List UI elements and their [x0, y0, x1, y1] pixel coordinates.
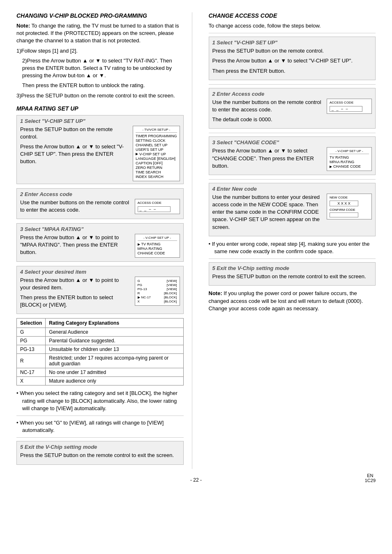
rs-row-g: G[VIEW]	[138, 279, 177, 283]
right-step4-p1: Use the number buttons to enter your des…	[212, 194, 323, 231]
access-code-label-left: ACCESS CODE	[138, 201, 177, 205]
rs-row-x: X[BLOCK]	[138, 300, 177, 303]
mpaa-section-title: MPAA RATING SET UP	[16, 105, 184, 112]
table-row: PG Parental Guidance suggested.	[17, 337, 184, 345]
section1-note: Note: To change the rating, the TV must …	[16, 22, 184, 45]
access-code-value-left: _ _ – –	[140, 207, 157, 211]
right-step1-p3: Then press the ENTER button.	[212, 67, 372, 75]
rating-pg13: PG-13	[17, 345, 46, 354]
divider2	[16, 437, 184, 438]
step1-list: 1)Follow steps [1] and [2].	[16, 47, 184, 55]
vchip-mpaa-row3: CHANGE CODE	[138, 251, 177, 255]
mpaa-step2-p1: Use the number buttons on the remote con…	[20, 199, 131, 214]
page-footer: - 22 - EN 1C29	[16, 477, 376, 483]
arrow-icon: ▶	[136, 152, 138, 156]
tvvcr-row-7: CAPTION [OFF]	[136, 161, 177, 165]
rs-row-pg13: PG-13[VIEW]	[138, 287, 177, 291]
divider-right-4	[209, 179, 376, 180]
right-step2-p2: The default code is 0000.	[212, 116, 323, 123]
note-text: To change the rating, the TV must be tur…	[16, 23, 179, 44]
tvvcr-row-8: ZERO RETURN	[136, 166, 177, 170]
right-note: Note: If you unplug the power cord or po…	[209, 290, 376, 312]
arrow-icon2: ▶	[138, 242, 140, 246]
step2-note: Then press the ENTER button to unblock t…	[22, 82, 184, 89]
mpaa-step3-p1: Press the Arrow button ▲ or ▼ to point t…	[20, 234, 131, 256]
mpaa-step3-block: 3 Select "MPAA RATING" Press the Arrow b…	[16, 223, 184, 262]
rating-nc17-desc: No one under 17 admitted	[46, 368, 183, 377]
mpaa-step3-header: 3 Select "MPAA RATING"	[20, 226, 180, 232]
left-exit-header: 5 Exit the V-Chip setting mode	[20, 444, 180, 450]
right-step3-p1: Press the Arrow button ▲ or ▼ to select …	[212, 147, 323, 170]
table-row: X Mature audience only	[17, 377, 184, 385]
rating-table: Selection Rating Category Explanations G…	[16, 318, 184, 385]
mpaa-step2-text: Use the number buttons on the remote con…	[20, 199, 131, 216]
mpaa-step1-content: Press the SETUP button on the remote con…	[20, 126, 180, 181]
access-code-input-right: _ _ – –	[330, 106, 362, 112]
right-step5-text: Press the SETUP button on the remote con…	[212, 273, 372, 280]
vchip-change-row2: MPAA RATING	[330, 160, 369, 164]
vchip-mpaa-row1: ▶TV RATING	[138, 242, 177, 246]
rating-pg: PG	[17, 337, 46, 345]
mpaa-step3-text: Press the Arrow button ▲ or ▼ to point t…	[20, 234, 131, 259]
new-code-value: X X X X	[330, 201, 358, 206]
change-access-intro: To change access code, follow the steps …	[209, 22, 376, 30]
access-code-label-right: ACCESS CODE	[330, 101, 369, 104]
divider1	[16, 416, 184, 416]
right-step3-block: 3 Select "CHANGE CODE" Press the Arrow b…	[209, 136, 376, 175]
main-layout: CHANGING V-CHIP BLOCKED PRO-GRAMMING Not…	[16, 12, 376, 469]
rating-nc17: NC-17	[17, 368, 46, 377]
vchip-change-title: - V-CHIP SET UP -	[330, 149, 369, 154]
mpaa-step1-p1: Press the SETUP button on the remote con…	[20, 126, 129, 141]
bullet1: When you select the rating category and …	[22, 390, 184, 412]
tvvcr-row-9: TIME SEARCH	[136, 170, 177, 174]
tvvcr-row-10: INDEX SEARCH	[136, 175, 177, 179]
left-column: CHANGING V-CHIP BLOCKED PRO-GRAMMING Not…	[16, 12, 192, 469]
right-step5-header: 5 Exit the V-Chip setting mode	[212, 265, 372, 271]
change-access-title: CHANGE ACCESS CODE	[209, 12, 376, 19]
left-exit-step: 5 Exit the V-Chip setting mode Press the…	[16, 441, 184, 464]
rs-row-nc17: ▶NC-17[BLOCK]	[138, 295, 177, 299]
arrow-icon3: ▶	[138, 295, 140, 299]
tvvcr-row-1: TIMER PROGRAMMING	[136, 134, 177, 138]
step3-list: 3)Press the SETUP button on the remote c…	[16, 92, 184, 99]
tvvcr-screen: - TV/VCR SETUP - TIMER PROGRAMMING SETTI…	[133, 126, 180, 181]
right-step4-block: 4 Enter New code Use the number buttons …	[209, 183, 376, 236]
rs-row-pg: PG[VIEW]	[138, 283, 177, 287]
bullet2: When you set "G" to [VIEW], all ratings …	[22, 419, 184, 434]
mpaa-step4-block: 4 Select your desired item Press the Arr…	[16, 266, 184, 314]
note-text-right: If you unplug the power cord or power fa…	[209, 290, 363, 311]
tvvcr-row-4: USER'S SET UP	[136, 148, 177, 152]
confirm-code-label: CONFIRM CODE	[330, 208, 369, 212]
mpaa-step1-header: 1 Select "V-CHIP SET UP"	[20, 118, 180, 124]
divider-right-1	[209, 33, 376, 33]
page-number: - 22 -	[190, 477, 202, 483]
table-header-category: Rating Category Explanations	[46, 319, 183, 328]
right-step2-block: 2 Enter Access code Use the number butto…	[209, 88, 376, 129]
right-step2-header: 2 Enter Access code	[212, 91, 372, 97]
right-step3-header: 3 Select "CHANGE CODE"	[212, 139, 372, 145]
table-row: G General Audience	[17, 328, 184, 337]
mpaa-step1-p2: Press the Arrow button ▲ or ▼ to select …	[20, 143, 129, 166]
rating-pg13-desc: Unsuitable for children under 13	[46, 345, 183, 354]
rating-g: G	[17, 328, 46, 337]
mpaa-step4-text: Press the Arrow button ▲ or ▼ to point t…	[20, 277, 131, 312]
mpaa-step2-content: Use the number buttons on the remote con…	[20, 199, 180, 216]
right-column: CHANGE ACCESS CODE To change access code…	[205, 12, 376, 469]
tvvcr-row-3: CHANNEL SET UP	[136, 143, 177, 147]
footer-right: EN 1C29	[365, 473, 376, 483]
access-code-input-left: _ _ – –	[138, 206, 171, 212]
rating-pg-desc: Parental Guidance suggested.	[46, 337, 183, 345]
table-row: PG-13 Unsuitable for children under 13	[17, 345, 184, 354]
right-step2-text: Use the number buttons on the remote con…	[212, 99, 323, 126]
mpaa-step4-p1: Press the Arrow button ▲ or ▼ to point t…	[20, 277, 131, 291]
mpaa-step2-header: 2 Enter Access code	[20, 191, 180, 197]
mpaa-step4-header: 4 Select your desired item	[20, 269, 180, 275]
rating-r-desc: Restricted; under 17 requires accompa-ny…	[46, 354, 183, 368]
section1-title: CHANGING V-CHIP BLOCKED PRO-GRAMMING	[16, 12, 184, 19]
tvvcr-screen-title: - TV/VCR SETUP -	[136, 128, 177, 133]
tvvcr-row-6: LANGUAGE [ENGLISH]	[136, 157, 177, 161]
table-row: R Restricted; under 17 requires accompa-…	[17, 354, 184, 368]
table-header-row: Selection Rating Category Explanations	[17, 319, 184, 328]
rating-x-desc: Mature audience only	[46, 377, 183, 385]
right-step4-text: Use the number buttons to enter your des…	[212, 194, 323, 233]
